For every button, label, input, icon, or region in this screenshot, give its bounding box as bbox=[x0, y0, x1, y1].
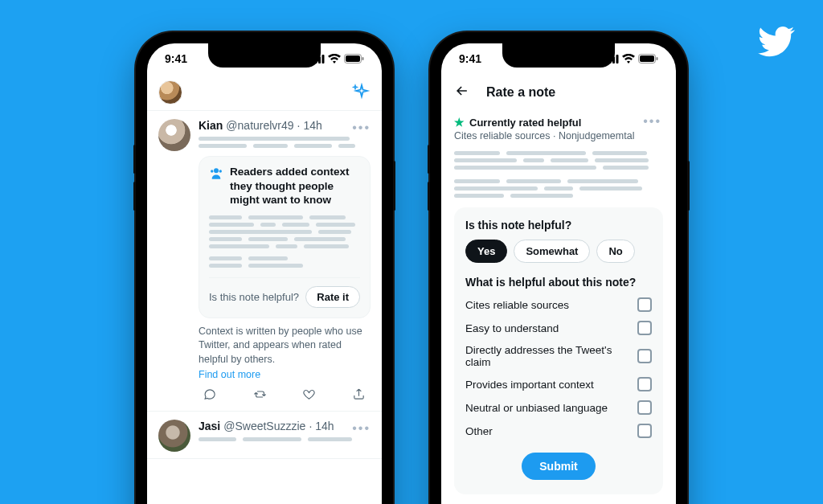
notch bbox=[208, 43, 321, 68]
battery-icon bbox=[344, 54, 364, 64]
context-footer: Context is written by people who use Twi… bbox=[199, 325, 371, 367]
option-yes[interactable]: Yes bbox=[465, 240, 507, 263]
note-question: Is this note helpful? bbox=[209, 291, 299, 303]
submit-button[interactable]: Submit bbox=[522, 453, 595, 480]
more-icon[interactable]: ••• bbox=[643, 114, 661, 129]
check-row[interactable]: Cites reliable sources bbox=[465, 297, 652, 312]
svg-rect-15 bbox=[657, 57, 658, 60]
helpful-question: Is this note helpful? bbox=[465, 219, 652, 232]
rated-helpful-sub: Cites reliable sources · Nonjudgememtal bbox=[454, 130, 663, 141]
tweet-time: 14h bbox=[304, 119, 322, 132]
retweet-icon[interactable] bbox=[253, 387, 267, 404]
checkbox[interactable] bbox=[637, 400, 652, 415]
check-row[interactable]: Other bbox=[465, 424, 652, 438]
tweet-handle: @naturelvr49 bbox=[226, 119, 293, 132]
more-icon[interactable]: ••• bbox=[352, 421, 371, 436]
checkbox[interactable] bbox=[637, 297, 652, 312]
check-label: Easy to understand bbox=[465, 322, 559, 334]
sparkle-icon[interactable] bbox=[351, 83, 371, 102]
wifi-icon bbox=[328, 54, 341, 64]
tweet-actions bbox=[199, 381, 371, 404]
phone-left: 9:41 ••• bbox=[136, 32, 393, 504]
find-out-more-link[interactable]: Find out more bbox=[199, 369, 260, 380]
check-row[interactable]: Provides important context bbox=[465, 377, 652, 391]
notch bbox=[502, 43, 615, 68]
tweet-text-placeholder bbox=[199, 437, 371, 441]
option-no[interactable]: No bbox=[596, 240, 634, 263]
check-label: Other bbox=[465, 425, 493, 437]
check-row[interactable]: Neutral or unbiased language bbox=[465, 400, 652, 415]
svg-point-8 bbox=[219, 170, 222, 172]
rate-it-button[interactable]: Rate it bbox=[305, 286, 360, 308]
tweet-text-placeholder bbox=[199, 137, 371, 148]
checkbox[interactable] bbox=[637, 424, 652, 438]
tweet-jasi[interactable]: ••• Jasi @SweetSuzzzie · 14h bbox=[147, 412, 382, 459]
tweet-time: 14h bbox=[315, 420, 334, 432]
status-time: 9:41 bbox=[165, 52, 187, 65]
reply-icon[interactable] bbox=[203, 387, 217, 404]
check-row[interactable]: Easy to understand bbox=[465, 321, 652, 335]
checkbox[interactable] bbox=[637, 377, 652, 391]
tweet-kian[interactable]: ••• Kian @naturelvr49 · 14h bbox=[147, 111, 382, 412]
wifi-icon bbox=[622, 54, 635, 64]
svg-rect-12 bbox=[616, 55, 619, 64]
star-icon: ★ bbox=[454, 116, 465, 129]
birdwatch-context-card: Readers added context they thought peopl… bbox=[199, 156, 371, 318]
svg-rect-6 bbox=[362, 57, 364, 60]
tweet-avatar[interactable] bbox=[158, 119, 190, 151]
status-time: 9:41 bbox=[459, 52, 481, 65]
rate-note-header: Rate a note bbox=[441, 74, 676, 111]
share-icon[interactable] bbox=[352, 387, 366, 404]
more-icon[interactable]: ••• bbox=[352, 121, 371, 135]
like-icon[interactable] bbox=[302, 387, 316, 404]
display-name: Jasi bbox=[199, 420, 220, 432]
check-label: Neutral or unbiased language bbox=[465, 402, 608, 414]
page-title: Rate a note bbox=[486, 85, 555, 100]
profile-avatar[interactable] bbox=[158, 80, 182, 104]
home-top-bar bbox=[147, 74, 382, 111]
tweet-avatar[interactable] bbox=[158, 420, 190, 452]
svg-rect-3 bbox=[322, 55, 325, 64]
svg-point-7 bbox=[211, 170, 213, 172]
rated-helpful-label: Currently rated helpful bbox=[469, 117, 581, 129]
display-name: Kian bbox=[199, 119, 223, 132]
svg-rect-5 bbox=[346, 55, 360, 62]
option-somewhat[interactable]: Somewhat bbox=[514, 240, 590, 263]
context-title: Readers added context they thought peopl… bbox=[230, 165, 360, 207]
checkbox[interactable] bbox=[637, 321, 652, 335]
battery-icon bbox=[638, 54, 658, 64]
check-label: Provides important context bbox=[465, 379, 594, 391]
check-label: Cites reliable sources bbox=[465, 299, 569, 311]
phone-right: 9:41 Rate a note ••• ★ Currently rated h… bbox=[430, 32, 687, 504]
checkbox[interactable] bbox=[637, 349, 652, 363]
svg-rect-14 bbox=[640, 55, 654, 62]
tweet-handle: @SweetSuzzzie bbox=[223, 420, 305, 432]
people-icon bbox=[209, 166, 223, 181]
context-body-placeholder bbox=[209, 215, 360, 268]
rate-note-card: Is this note helpful? Yes Somewhat No Wh… bbox=[454, 207, 663, 494]
why-helpful-question: What is helpful about this note? bbox=[465, 276, 652, 289]
check-label: Directly addresses the Tweet's claim bbox=[465, 344, 637, 368]
check-row[interactable]: Directly addresses the Tweet's claim bbox=[465, 344, 652, 368]
back-arrow-icon[interactable] bbox=[454, 83, 470, 103]
note-text-placeholder bbox=[454, 151, 663, 198]
